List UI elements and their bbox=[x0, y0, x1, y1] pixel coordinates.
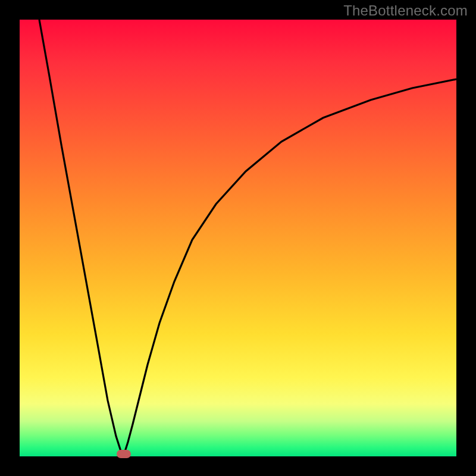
watermark-text: TheBottleneck.com bbox=[343, 2, 468, 19]
bottleneck-curve bbox=[39, 20, 456, 455]
bottleneck-marker bbox=[117, 450, 131, 458]
chart-frame: TheBottleneck.com bbox=[0, 0, 476, 476]
plot-area bbox=[20, 20, 456, 456]
curve-svg bbox=[20, 20, 456, 456]
